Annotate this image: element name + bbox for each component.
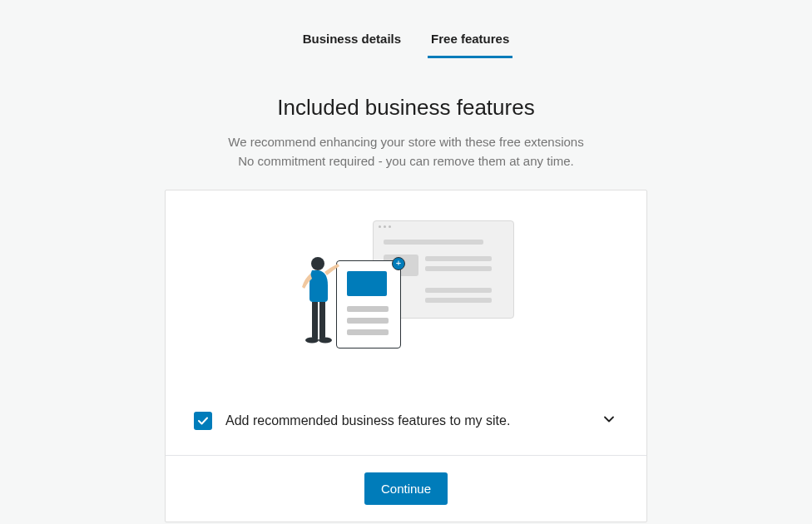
tab-business-details[interactable]: Business details [300,25,404,58]
illustration-wrapper: + [166,190,646,387]
page-container: Business details Free features Included … [0,0,812,524]
chevron-down-icon [603,413,615,425]
checkbox-label: Add recommended business features to my … [225,413,587,428]
illustration: + [298,220,514,362]
subtitle-line-1: We recommend enhancing your store with t… [228,132,583,151]
svg-point-0 [311,257,324,270]
check-icon [196,414,210,428]
tabs: Business details Free features [300,25,513,58]
checkbox-row: Add recommended business features to my … [166,387,646,455]
expand-toggle[interactable] [600,410,618,432]
plus-icon: + [392,257,405,270]
continue-button[interactable]: Continue [364,472,448,505]
header-section: Included business features We recommend … [228,95,583,171]
recommended-features-checkbox[interactable] [194,412,212,430]
svg-point-2 [319,337,332,343]
card-footer: Continue [166,455,646,522]
page-subtitle: We recommend enhancing your store with t… [228,132,583,171]
illustration-document [336,260,401,349]
illustration-person [298,255,341,355]
features-card: + Add recommended business [165,190,647,522]
page-title: Included business features [228,95,583,121]
subtitle-line-2: No commitment required - you can remove … [228,151,583,171]
tab-free-features[interactable]: Free features [428,25,512,58]
svg-point-1 [305,337,319,343]
